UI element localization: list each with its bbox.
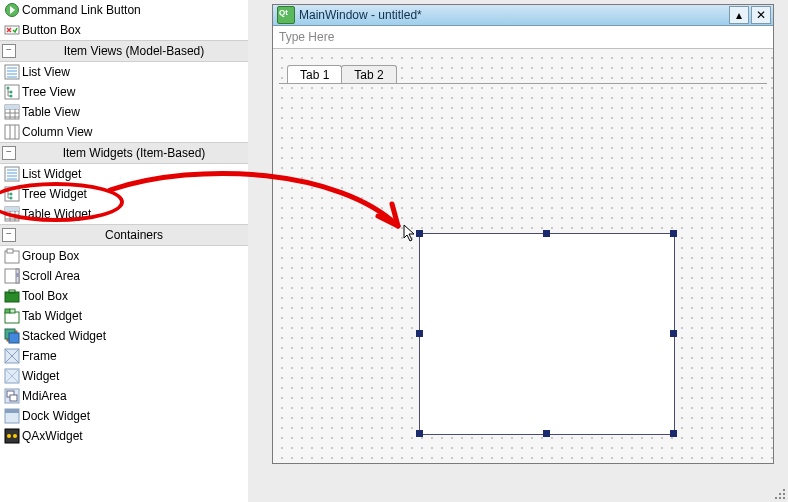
svg-rect-36 xyxy=(5,207,19,211)
svg-rect-45 xyxy=(5,309,10,313)
widgetbox-item-button-box[interactable]: Button Box xyxy=(0,20,248,40)
tree-icon xyxy=(4,186,20,202)
widgetbox-item-label: List Widget xyxy=(22,167,81,181)
widgetbox-item-label: Table View xyxy=(22,105,80,119)
mdi-icon xyxy=(4,388,20,404)
widgetbox-item-group-box[interactable]: Group Box xyxy=(0,246,248,266)
widgetbox-item-label: Column View xyxy=(22,125,92,139)
widgetbox-item-command-link-button[interactable]: Command Link Button xyxy=(0,0,248,20)
widgetbox-item-label: Tree View xyxy=(22,85,75,99)
widgetbox-item-widget[interactable]: Widget xyxy=(0,366,248,386)
resize-handle-nw[interactable] xyxy=(416,230,423,237)
svg-rect-49 xyxy=(9,333,19,343)
widgetbox-item-table-view[interactable]: Table View xyxy=(0,102,248,122)
widgetbox-item-label: Tab Widget xyxy=(22,309,82,323)
widgetbox-category-item-views[interactable]: −Item Views (Model-Based) xyxy=(0,40,248,62)
svg-rect-41 xyxy=(16,273,19,277)
svg-point-63 xyxy=(13,434,17,438)
subwindow-minimize-button[interactable]: ▴ xyxy=(729,6,749,24)
widgetbox-category-containers[interactable]: −Containers xyxy=(0,224,248,246)
widgetbox-category-label: Item Widgets (Item-Based) xyxy=(20,146,248,160)
widgetbox-item-label: List View xyxy=(22,65,70,79)
svg-rect-46 xyxy=(10,309,15,313)
widgetbox-item-mdiarea[interactable]: MdiArea xyxy=(0,386,248,406)
widgetbox-item-tool-box[interactable]: Tool Box xyxy=(0,286,248,306)
widgetbox-item-label: Button Box xyxy=(22,23,81,37)
svg-rect-17 xyxy=(5,105,19,109)
toolbox-icon xyxy=(4,288,20,304)
widgetbox-item-label: Stacked Widget xyxy=(22,329,106,343)
groupbox-icon xyxy=(4,248,20,264)
list-icon xyxy=(4,64,20,80)
widgetbox-item-label: Command Link Button xyxy=(22,3,141,17)
widgetbox-item-tree-view[interactable]: Tree View xyxy=(0,82,248,102)
widgetbox-item-dock-widget[interactable]: Dock Widget xyxy=(0,406,248,426)
tab-2[interactable]: Tab 2 xyxy=(341,65,396,84)
menubar-placeholder-text: Type Here xyxy=(279,30,334,44)
arrow-right-circle-icon xyxy=(4,2,20,18)
widgetbox-item-label: Group Box xyxy=(22,249,79,263)
widgetbox-item-stacked-widget[interactable]: Stacked Widget xyxy=(0,326,248,346)
expander-icon[interactable]: − xyxy=(2,44,16,58)
svg-point-62 xyxy=(7,434,11,438)
table-icon xyxy=(4,206,20,222)
widgetbox-item-tab-widget[interactable]: Tab Widget xyxy=(0,306,248,326)
subwindow-titlebar[interactable]: MainWindow - untitled* ▴ ✕ xyxy=(273,5,773,26)
widgetbox-category-label: Item Views (Model-Based) xyxy=(20,44,248,58)
resize-grip[interactable] xyxy=(772,486,786,500)
resize-handle-n[interactable] xyxy=(543,230,550,237)
button-box-icon xyxy=(4,22,20,38)
widgetbox-item-frame[interactable]: Frame xyxy=(0,346,248,366)
widgetbox-item-label: Widget xyxy=(22,369,59,383)
tabwidget-icon xyxy=(4,308,20,324)
subwindow-title: MainWindow - untitled* xyxy=(299,8,729,22)
resize-handle-se[interactable] xyxy=(670,430,677,437)
svg-rect-1 xyxy=(5,26,19,34)
qax-icon xyxy=(4,428,20,444)
designer-area: MainWindow - untitled* ▴ ✕ Type Here Tab… xyxy=(248,0,788,502)
svg-rect-60 xyxy=(5,409,19,413)
resize-handle-e[interactable] xyxy=(670,330,677,337)
widgetbox-category-label: Containers xyxy=(20,228,248,242)
widgetbox-item-list-view[interactable]: List View xyxy=(0,62,248,82)
tree-icon xyxy=(4,84,20,100)
svg-rect-58 xyxy=(10,395,17,401)
expander-icon[interactable]: − xyxy=(2,146,16,160)
resize-handle-s[interactable] xyxy=(543,430,550,437)
widgetbox-item-table-widget[interactable]: Table Widget xyxy=(0,204,248,224)
widgetbox-item-label: Dock Widget xyxy=(22,409,90,423)
subwindow-close-button[interactable]: ✕ xyxy=(751,6,771,24)
close-icon: ✕ xyxy=(756,8,766,22)
stacked-icon xyxy=(4,328,20,344)
widgetbox-item-tree-widget[interactable]: Tree Widget xyxy=(0,184,248,204)
triangle-up-icon: ▴ xyxy=(736,8,742,22)
widgetbox-category-item-widgets[interactable]: −Item Widgets (Item-Based) xyxy=(0,142,248,164)
widgetbox-item-label: MdiArea xyxy=(22,389,67,403)
widgetbox-item-label: Tool Box xyxy=(22,289,68,303)
widgetbox-item-qaxwidget[interactable]: QAxWidget xyxy=(0,426,248,446)
svg-rect-38 xyxy=(7,249,13,253)
selected-widget[interactable] xyxy=(419,233,675,435)
widgetbox-item-label: Tree Widget xyxy=(22,187,87,201)
widgetbox-item-label: Frame xyxy=(22,349,57,363)
dock-icon xyxy=(4,408,20,424)
resize-handle-sw[interactable] xyxy=(416,430,423,437)
expander-icon[interactable]: − xyxy=(2,228,16,242)
table-icon xyxy=(4,104,20,120)
tab-1[interactable]: Tab 1 xyxy=(287,65,342,84)
widgetbox-item-list-widget[interactable]: List Widget xyxy=(0,164,248,184)
widgetbox-item-label: QAxWidget xyxy=(22,429,83,443)
widgetbox-item-scroll-area[interactable]: Scroll Area xyxy=(0,266,248,286)
scroll-icon xyxy=(4,268,20,284)
resize-handle-ne[interactable] xyxy=(670,230,677,237)
widgetbox-item-column-view[interactable]: Column View xyxy=(0,122,248,142)
qt-app-icon xyxy=(277,6,295,24)
resize-handle-w[interactable] xyxy=(416,330,423,337)
frame-icon xyxy=(4,348,20,364)
tab-border xyxy=(279,83,767,84)
widget-icon xyxy=(4,368,20,384)
form-subwindow: MainWindow - untitled* ▴ ✕ Type Here Tab… xyxy=(272,4,774,464)
columns-icon xyxy=(4,124,20,140)
menubar-placeholder[interactable]: Type Here xyxy=(273,26,773,49)
form-canvas[interactable]: Tab 1Tab 2 xyxy=(273,49,773,463)
